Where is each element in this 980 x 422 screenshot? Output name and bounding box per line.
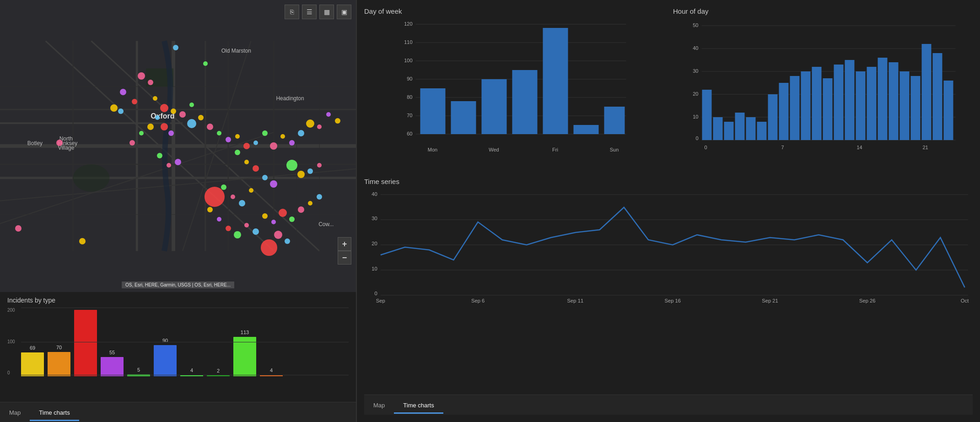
bar-red-196 bbox=[74, 310, 97, 376]
grid-toolbar-btn[interactable]: ▣ bbox=[337, 5, 351, 19]
y-label-90: 90 bbox=[407, 76, 412, 81]
ts-x-sep26: Sep 26 bbox=[859, 298, 876, 303]
hour-of-day-svg: 50 40 30 20 10 0 bbox=[673, 19, 973, 156]
ts-x-sep21: Sep 21 bbox=[762, 298, 778, 303]
bar-orange-70 bbox=[48, 352, 70, 376]
ts-y-20: 20 bbox=[372, 241, 377, 246]
left-tab-timecharts[interactable]: Time charts bbox=[30, 406, 79, 421]
hour-of-day-title: Hour of day bbox=[673, 7, 973, 15]
svg-rect-38 bbox=[724, 122, 734, 140]
x-label-7: 7 bbox=[781, 145, 784, 150]
ts-x-sep: Sep bbox=[376, 298, 385, 303]
day-of-week-title: Day of week bbox=[364, 7, 664, 15]
svg-rect-45 bbox=[801, 71, 811, 140]
day-of-week-svg: 120 110 100 90 80 70 60 bbox=[364, 19, 664, 156]
ts-y-10: 10 bbox=[372, 266, 377, 271]
svg-rect-43 bbox=[779, 83, 789, 140]
x-label-mon: Mon bbox=[428, 147, 437, 152]
right-tab-timecharts[interactable]: Time charts bbox=[394, 398, 443, 414]
hour-of-day-chart: Hour of day 50 40 30 20 10 0 bbox=[673, 7, 973, 172]
y-label-50: 50 bbox=[693, 22, 698, 28]
ts-x-sep11: Sep 11 bbox=[567, 298, 584, 303]
bar-y-axis: 200 100 0 bbox=[7, 308, 15, 376]
svg-rect-48 bbox=[834, 65, 844, 140]
svg-rect-40 bbox=[746, 117, 756, 140]
y-label-20: 20 bbox=[693, 91, 698, 97]
y-label-30: 30 bbox=[693, 68, 698, 74]
svg-rect-41 bbox=[757, 122, 767, 140]
bar-mon bbox=[420, 88, 446, 134]
day-of-week-inner: 120 110 100 90 80 70 60 bbox=[364, 19, 664, 172]
x-label-21: 21 bbox=[922, 145, 928, 150]
zoom-out-button[interactable]: − bbox=[338, 251, 351, 265]
incidents-chart-title: Incidents by type bbox=[7, 297, 349, 304]
bar-69: 69 bbox=[21, 345, 44, 376]
oxford-label: Oxford bbox=[151, 112, 174, 120]
old-marston-label: Old Marston bbox=[221, 48, 251, 54]
bar-lime-113 bbox=[233, 337, 256, 376]
left-tab-bar: Map Time charts bbox=[0, 402, 356, 422]
svg-rect-54 bbox=[900, 71, 910, 140]
svg-rect-46 bbox=[812, 67, 822, 140]
layers-toolbar-btn[interactable]: ▦ bbox=[319, 5, 334, 19]
time-series-svg: 40 30 20 10 0 Sep Sep 6 Sep 11 Sep 16 bbox=[364, 189, 973, 303]
map-section: Oxford Headington Botley North Hinksey V… bbox=[0, 0, 356, 292]
bar-fri bbox=[543, 28, 568, 134]
y-label-110: 110 bbox=[404, 39, 412, 45]
svg-rect-44 bbox=[790, 76, 800, 140]
svg-rect-39 bbox=[735, 113, 745, 140]
time-series-title: Time series bbox=[364, 178, 973, 185]
left-tab-map[interactable]: Map bbox=[0, 406, 30, 421]
y-label-40: 40 bbox=[693, 45, 698, 51]
ts-x-sep6: Sep 6 bbox=[471, 298, 485, 303]
svg-rect-36 bbox=[702, 90, 712, 140]
svg-rect-47 bbox=[823, 78, 833, 140]
svg-rect-57 bbox=[933, 53, 942, 140]
svg-rect-53 bbox=[889, 62, 899, 140]
chart-toolbar-btn[interactable]: ⎘ bbox=[285, 5, 299, 19]
zoom-in-button[interactable]: + bbox=[338, 237, 351, 251]
ts-x-oct: Oct bbox=[961, 298, 969, 303]
svg-rect-58 bbox=[944, 81, 953, 140]
hour-of-day-inner: 50 40 30 20 10 0 bbox=[673, 19, 973, 172]
svg-rect-42 bbox=[768, 94, 778, 140]
bar-wed bbox=[482, 79, 507, 134]
list-toolbar-btn[interactable]: ☰ bbox=[302, 5, 317, 19]
cow-label: Cow... bbox=[318, 221, 334, 227]
day-of-week-chart: Day of week 120 110 100 90 80 70 60 bbox=[364, 7, 664, 172]
map-background: Oxford Headington Botley North Hinksey V… bbox=[0, 0, 356, 292]
ts-y-30: 30 bbox=[372, 216, 377, 221]
svg-rect-56 bbox=[922, 44, 932, 140]
time-series-line bbox=[381, 207, 965, 287]
x-label-fri: Fri bbox=[552, 147, 558, 152]
y-label-100: 100 bbox=[404, 58, 412, 63]
map-toolbar: ⎘ ☰ ▦ ▣ bbox=[285, 5, 351, 19]
x-label-sun: Sun bbox=[610, 147, 619, 152]
x-label-0: 0 bbox=[704, 145, 707, 150]
right-panel: Day of week 120 110 100 90 80 70 60 bbox=[357, 0, 980, 422]
bar-darkgreen-2 bbox=[207, 375, 230, 376]
svg-rect-52 bbox=[878, 58, 888, 140]
bar-sun bbox=[604, 107, 625, 134]
bar-sat bbox=[574, 125, 599, 134]
bar-yellow-69 bbox=[21, 352, 44, 376]
incidents-chart-section: Incidents by type 200 100 0 69 70 bbox=[0, 292, 356, 402]
bar-90: 90 bbox=[154, 338, 177, 376]
top-charts-row: Day of week 120 110 100 90 80 70 60 bbox=[364, 7, 973, 172]
bar-70: 70 bbox=[48, 345, 70, 376]
svg-rect-51 bbox=[867, 67, 877, 140]
svg-rect-37 bbox=[713, 117, 723, 140]
right-tab-map[interactable]: Map bbox=[364, 398, 394, 414]
svg-point-22 bbox=[73, 164, 110, 192]
bar-thu bbox=[512, 70, 538, 134]
ts-y-0: 0 bbox=[374, 291, 377, 296]
y-label-70: 70 bbox=[407, 113, 412, 118]
x-label-14: 14 bbox=[856, 145, 862, 150]
bar-55: 55 bbox=[101, 350, 124, 376]
bar-113: 113 bbox=[233, 330, 256, 376]
y-label-0: 0 bbox=[695, 135, 698, 141]
ts-x-sep16: Sep 16 bbox=[664, 298, 681, 303]
left-panel: Oxford Headington Botley North Hinksey V… bbox=[0, 0, 357, 422]
botley-label: Botley bbox=[27, 140, 43, 146]
svg-rect-49 bbox=[845, 60, 855, 140]
